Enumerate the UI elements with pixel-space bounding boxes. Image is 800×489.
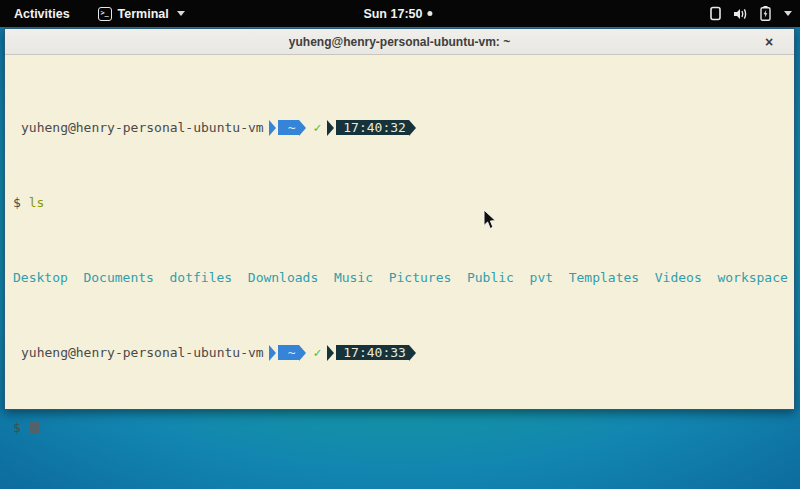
powerline-cwd-segment: ~ xyxy=(269,345,307,360)
exit-status-check-icon: ✓ xyxy=(313,345,321,360)
prompt-line: yuheng@henry-personal-ubuntu-vm ~ ✓ 17:4… xyxy=(13,120,794,135)
powerline-time-segment: 17:40:33 xyxy=(327,345,416,360)
powerline-arrow-icon xyxy=(269,345,276,361)
app-menu-label: Terminal xyxy=(118,7,169,21)
terminal-cursor xyxy=(30,421,39,434)
powerline-arrow-icon xyxy=(299,120,306,136)
system-status-area[interactable] xyxy=(709,0,792,27)
powerline-cwd-segment: ~ xyxy=(269,120,307,135)
input-line[interactable]: $ xyxy=(13,420,794,435)
volume-icon xyxy=(733,7,749,21)
chevron-down-icon xyxy=(784,11,792,16)
clock-label: Sun 17:50 xyxy=(363,7,422,21)
battery-charging-icon xyxy=(760,6,771,21)
cwd-label: ~ xyxy=(278,120,300,135)
desktop: Activities >_ Terminal Sun 17:50 xyxy=(0,0,800,489)
exit-status-check-icon: ✓ xyxy=(313,120,321,135)
chevron-down-icon xyxy=(177,11,185,16)
command-line: $ ls xyxy=(13,195,794,210)
prompt-symbol: $ xyxy=(13,195,21,210)
terminal-icon: >_ xyxy=(98,7,112,21)
top-bar: Activities >_ Terminal Sun 17:50 xyxy=(0,0,800,27)
terminal-content[interactable]: yuheng@henry-personal-ubuntu-vm ~ ✓ 17:4… xyxy=(5,55,794,480)
notification-dot xyxy=(427,11,432,16)
close-button[interactable]: × xyxy=(758,29,780,55)
activities-label: Activities xyxy=(14,7,70,21)
powerline-arrow-icon xyxy=(269,120,276,136)
timestamp: 17:40:33 xyxy=(336,345,409,360)
network-icon xyxy=(709,6,722,21)
window-title: yuheng@henry-personal-ubuntu-vm: ~ xyxy=(289,35,510,49)
terminal-window: yuheng@henry-personal-ubuntu-vm: ~ × yuh… xyxy=(4,28,795,410)
cwd-label: ~ xyxy=(278,345,300,360)
activities-button[interactable]: Activities xyxy=(0,0,84,27)
window-titlebar[interactable]: yuheng@henry-personal-ubuntu-vm: ~ × xyxy=(5,29,794,55)
powerline-arrow-icon xyxy=(299,345,306,361)
command-text: ls xyxy=(29,195,45,210)
app-menu[interactable]: >_ Terminal xyxy=(92,0,191,27)
prompt-symbol: $ xyxy=(13,420,21,435)
timestamp: 17:40:32 xyxy=(336,120,409,135)
powerline-arrow-icon xyxy=(409,345,416,361)
ls-output: Desktop Documents dotfiles Downloads Mus… xyxy=(13,270,794,285)
powerline-arrow-icon xyxy=(327,120,334,136)
prompt-user: yuheng@henry-personal-ubuntu-vm xyxy=(13,120,264,135)
clock-menu[interactable]: Sun 17:50 xyxy=(363,0,432,27)
powerline-arrow-icon xyxy=(409,120,416,136)
prompt-user: yuheng@henry-personal-ubuntu-vm xyxy=(13,345,264,360)
powerline-time-segment: 17:40:32 xyxy=(327,120,416,135)
powerline-arrow-icon xyxy=(327,345,334,361)
prompt-line: yuheng@henry-personal-ubuntu-vm ~ ✓ 17:4… xyxy=(13,345,794,360)
